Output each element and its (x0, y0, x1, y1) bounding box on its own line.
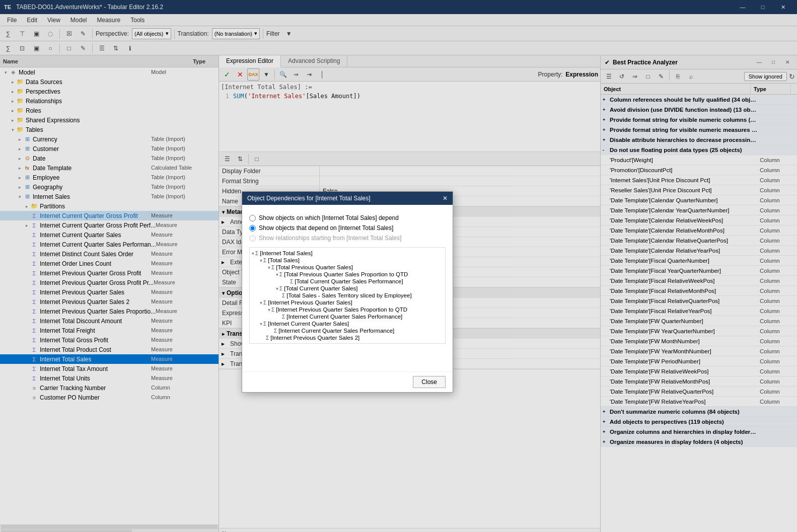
dep-root-label: [Internet Total Sales] (260, 250, 313, 256)
dep-tcqsp-icon: Σ (290, 279, 293, 284)
dep-total-sales[interactable]: ▾ Σ [Total Sales] (252, 257, 443, 264)
dep-root[interactable]: ▾ Σ [Internet Total Sales] (252, 250, 443, 257)
dep-ipqs-icon: Σ (263, 300, 266, 306)
dep-icqsp-child-icon: Σ (282, 314, 285, 320)
dep-icqsp-child-label: [Internet Current Quarter Sales Performa… (286, 314, 402, 320)
dep-tpqsptqtd[interactable]: ▾ Σ [Total Previous Quarter Sales Propor… (252, 271, 443, 278)
dep-icqs-icon: Σ (263, 321, 266, 327)
dep-tcqs-label: [Total Current Quarter Sales] (284, 285, 357, 291)
dep-tpqs-label: [Total Previous Quarter Sales] (276, 264, 353, 270)
dep-icqs-label: [Internet Current Quarter Sales] (268, 321, 349, 327)
dep-tssbe-icon: Σ (282, 293, 285, 298)
radio-label-1: Show objects that depend on [Internet To… (259, 224, 393, 232)
radio-item-2: Show relationships starting from [Intern… (249, 233, 446, 243)
dep-ipqs-label: [Internet Previous Quarter Sales] (268, 299, 352, 306)
dep-tcqs-icon: Σ (279, 286, 282, 291)
dep-tpqs-icon: Σ (271, 265, 274, 270)
radio-group: Show objects on which [Internet Total Sa… (249, 213, 446, 243)
dep-root-icon: Σ (255, 251, 258, 256)
dep-ipqs2[interactable]: Σ [Internet Previous Quarter Sales 2] (252, 334, 443, 341)
radio-relationships (249, 235, 256, 242)
dep-tpqs[interactable]: ▾ Σ [Total Previous Quarter Sales] (252, 264, 443, 271)
dep-ipqsptqtd[interactable]: ▾ Σ [Internet Previous Quarter Sales Pro… (252, 306, 443, 313)
dep-ipqs2-label: [Internet Previous Quarter Sales 2] (270, 335, 359, 341)
dep-icqsp2-label: [Internet Current Quarter Sales Performa… (278, 328, 394, 334)
dep-ipqsptqtd-icon: Σ (271, 307, 274, 313)
dep-ts-label: [Total Sales] (268, 257, 300, 263)
radio-item-1[interactable]: Show objects that depend on [Internet To… (249, 223, 446, 233)
radio-depend-on[interactable] (249, 215, 256, 221)
dep-tpqsptqtd-label: [Total Previous Quarter Sales Proportion… (284, 271, 408, 277)
dependencies-tree: ▾ Σ [Internet Total Sales] ▾ Σ [Total Sa… (249, 247, 446, 344)
dep-tcqsp[interactable]: Σ [Total Current Quarter Sales Performan… (252, 278, 443, 285)
dep-icqsp2-icon: Σ (274, 328, 277, 334)
radio-label-0: Show objects on which [Internet Total Sa… (259, 214, 399, 221)
dep-ipqs[interactable]: ▾ Σ [Internet Previous Quarter Sales] (252, 299, 443, 306)
radio-label-2: Show relationships starting from [Intern… (259, 235, 401, 242)
dialog-body: Show objects on which [Internet Total Sa… (242, 205, 453, 371)
dep-tssbe[interactable]: Σ [Total Sales - Sales Territory sliced … (252, 292, 443, 299)
dep-ipqs2-icon: Σ (266, 335, 269, 341)
object-dependencies-dialog: Object Dependencies for [Internet Total … (242, 191, 453, 393)
radio-depends-on[interactable] (249, 225, 256, 232)
dep-icqsp-child[interactable]: Σ [Internet Current Quarter Sales Perfor… (252, 313, 443, 320)
dep-icqsp2[interactable]: Σ [Internet Current Quarter Sales Perfor… (252, 327, 443, 334)
dialog-titlebar: Object Dependencies for [Internet Total … (242, 192, 453, 205)
dialog-footer: Close (242, 371, 453, 392)
dep-tssbe-label: [Total Sales - Sales Territory sliced by… (286, 292, 411, 298)
dep-ipqsptqtd-label: [Internet Previous Quarter Sales Proport… (276, 307, 407, 313)
dep-icqs[interactable]: ▾ Σ [Internet Current Quarter Sales] (252, 320, 443, 327)
dep-tpqsptqtd-icon: Σ (279, 272, 282, 277)
dialog-title: Object Dependencies for [Internet Total … (247, 195, 371, 202)
dep-tcqs[interactable]: ▾ Σ [Total Current Quarter Sales] (252, 285, 443, 292)
dialog-close-x[interactable]: ✕ (443, 195, 448, 202)
dialog-overlay: Object Dependencies for [Internet Total … (0, 0, 797, 532)
radio-item-0[interactable]: Show objects on which [Internet Total Sa… (249, 213, 446, 223)
dep-tcqsp-label: [Total Current Quarter Sales Performance… (295, 278, 403, 284)
dep-ts-icon: Σ (263, 258, 266, 263)
close-dialog-btn[interactable]: Close (413, 376, 446, 388)
